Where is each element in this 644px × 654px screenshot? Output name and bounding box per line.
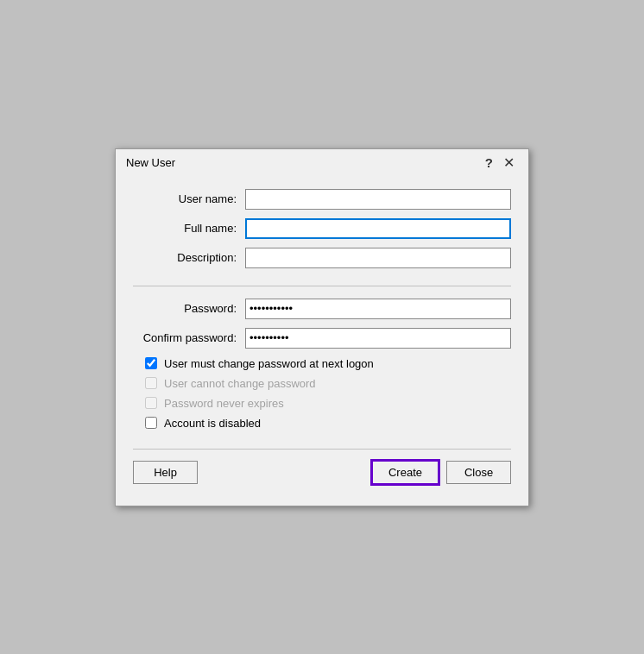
close-button[interactable]: Close: [446, 461, 511, 484]
button-row: Help Create Close: [133, 460, 511, 495]
must-change-label: User must change password at next logon: [164, 357, 374, 370]
dialog-title: New User: [126, 156, 175, 169]
confirm-password-input[interactable]: [245, 328, 511, 349]
title-buttons: ? ✕: [482, 156, 518, 170]
password-label: Password:: [133, 302, 245, 315]
new-user-dialog: New User ? ✕ User name: Full name: Descr…: [115, 148, 529, 506]
confirm-password-label: Confirm password:: [133, 331, 245, 344]
never-expires-label: Password never expires: [164, 397, 284, 410]
never-expires-group: Password never expires: [133, 397, 511, 410]
description-group: Description:: [133, 248, 511, 268]
cannot-change-label: User cannot change password: [164, 377, 316, 390]
help-button[interactable]: Help: [133, 461, 198, 484]
description-label: Description:: [133, 251, 245, 264]
must-change-group: User must change password at next logon: [133, 357, 511, 370]
username-input[interactable]: [245, 189, 511, 210]
description-input[interactable]: [245, 248, 511, 268]
username-label: User name:: [133, 192, 245, 205]
account-disabled-group: Account is disabled: [133, 417, 511, 430]
close-title-button[interactable]: ✕: [500, 156, 518, 170]
fullname-group: Full name:: [133, 218, 511, 239]
password-group: Password:: [133, 299, 511, 319]
must-change-checkbox[interactable]: [145, 357, 157, 369]
confirm-password-group: Confirm password:: [133, 328, 511, 349]
create-button[interactable]: Create: [371, 460, 439, 485]
help-title-button[interactable]: ?: [482, 156, 496, 169]
account-disabled-checkbox[interactable]: [145, 417, 157, 429]
username-group: User name:: [133, 189, 511, 210]
cannot-change-group: User cannot change password: [133, 377, 511, 390]
fullname-label: Full name:: [133, 222, 245, 235]
dialog-body: User name: Full name: Description: Passw…: [116, 175, 528, 506]
password-input[interactable]: [245, 299, 511, 319]
title-bar: New User ? ✕: [116, 149, 528, 175]
never-expires-checkbox: [145, 397, 157, 409]
cannot-change-checkbox: [145, 377, 157, 389]
account-disabled-label: Account is disabled: [164, 417, 261, 430]
fullname-input[interactable]: [245, 218, 511, 239]
divider-1: [133, 286, 511, 286]
divider-2: [133, 449, 511, 450]
